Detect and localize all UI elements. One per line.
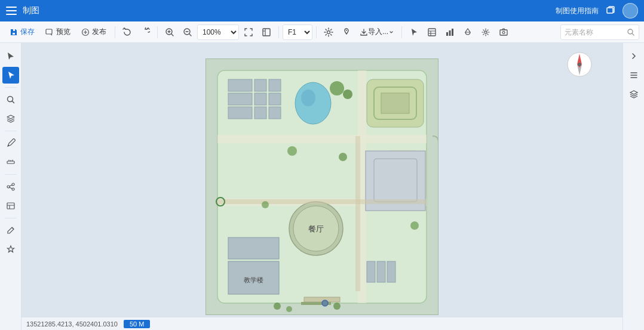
search-tool-btn[interactable]: [2, 91, 19, 108]
sep3: [278, 26, 279, 38]
svg-rect-51: [228, 238, 279, 259]
pin-tool-btn[interactable]: [338, 24, 355, 41]
svg-point-62: [286, 306, 292, 312]
svg-point-12: [484, 31, 487, 33]
save-button[interactable]: 保存: [5, 24, 39, 41]
guide-link[interactable]: 制图使用指南: [556, 6, 599, 16]
svg-rect-53: [367, 261, 375, 282]
svg-text:教学楼: 教学楼: [244, 276, 263, 283]
svg-rect-36: [269, 107, 281, 119]
svg-rect-55: [387, 261, 395, 282]
coordinates: 13521285.4213, 4502401.0310: [26, 320, 118, 328]
svg-point-59: [339, 153, 347, 161]
svg-rect-0: [607, 8, 613, 13]
sidebar-sep3: [5, 174, 17, 175]
table-tool-btn[interactable]: [2, 198, 19, 214]
svg-rect-5: [263, 29, 270, 36]
cursor-btn[interactable]: [406, 24, 422, 41]
expand-button[interactable]: [258, 24, 275, 41]
svg-point-61: [274, 303, 281, 310]
scale-badge: 50 M: [124, 320, 150, 328]
table-tool-btn2[interactable]: [424, 24, 440, 41]
svg-point-19: [12, 183, 14, 186]
svg-text:餐厅: 餐厅: [308, 224, 324, 233]
zoom-select[interactable]: 100% 50%75%100%125%150%200%: [197, 24, 239, 40]
svg-point-66: [322, 300, 328, 306]
svg-rect-54: [377, 261, 385, 282]
svg-rect-43: [381, 93, 409, 113]
svg-rect-28: [228, 79, 252, 91]
annotate-tool-btn[interactable]: [2, 241, 19, 258]
svg-point-38: [301, 90, 315, 106]
measure-tool-btn[interactable]: [2, 154, 19, 171]
svg-rect-10: [449, 30, 451, 36]
svg-rect-13: [500, 30, 507, 35]
svg-point-64: [410, 221, 419, 230]
draw-tool-btn[interactable]: [2, 135, 19, 152]
svg-point-58: [287, 146, 297, 156]
window-restore-btn[interactable]: [606, 5, 615, 17]
sep1: [115, 26, 115, 38]
svg-rect-11: [452, 29, 453, 36]
compass: N: [566, 51, 593, 78]
select-tool-btn[interactable]: [2, 67, 19, 84]
svg-rect-30: [228, 107, 252, 119]
svg-point-39: [330, 81, 344, 95]
svg-rect-34: [269, 79, 281, 91]
search-input[interactable]: [565, 28, 624, 36]
photo-tool-btn[interactable]: [495, 24, 512, 41]
import-btn[interactable]: 导入...: [356, 24, 398, 41]
layer-tool-btn[interactable]: [2, 110, 19, 127]
svg-point-6: [327, 30, 330, 33]
chart-tool-btn[interactable]: [441, 24, 458, 41]
gear-tool-btn[interactable]: [477, 24, 494, 41]
right-sidebar: [622, 43, 644, 330]
svg-point-21: [12, 188, 14, 190]
svg-marker-16: [8, 72, 14, 79]
sidebar-sep4: [5, 218, 17, 218]
layers-right-btn[interactable]: [625, 86, 642, 103]
fit-screen-button[interactable]: [240, 24, 257, 41]
status-bar: 13521285.4213, 4502401.0310 50 M: [22, 317, 622, 330]
svg-rect-1: [46, 29, 52, 34]
sep5: [401, 26, 402, 38]
zoom-in-button[interactable]: [161, 24, 178, 41]
svg-rect-25: [217, 135, 427, 143]
svg-rect-35: [269, 93, 281, 105]
search-box: [560, 24, 639, 40]
cursor-tool-btn[interactable]: [2, 48, 19, 64]
sidebar-sep1: [5, 87, 17, 88]
left-sidebar: [0, 43, 22, 330]
zoom-out-button[interactable]: [179, 24, 196, 41]
canvas-area[interactable]: 餐厅 教学楼: [22, 43, 622, 330]
svg-point-63: [333, 303, 341, 310]
edit-tool-btn[interactable]: [2, 222, 19, 239]
share-tool-btn[interactable]: [2, 178, 19, 195]
svg-point-20: [7, 186, 10, 188]
svg-rect-32: [254, 93, 266, 105]
svg-point-7: [346, 30, 347, 31]
menu-icon[interactable]: [6, 7, 17, 15]
undo-button[interactable]: [119, 24, 136, 41]
bucket-tool-btn[interactable]: [459, 24, 476, 41]
svg-point-70: [578, 63, 581, 66]
svg-point-14: [502, 31, 505, 33]
svg-rect-57: [304, 297, 340, 302]
list-right-btn[interactable]: [625, 67, 642, 84]
search-icon: [627, 28, 635, 36]
svg-rect-33: [254, 107, 266, 119]
page-select[interactable]: F1F2F3: [283, 24, 312, 40]
user-avatar[interactable]: [622, 3, 638, 18]
publish-button[interactable]: 发布: [76, 24, 111, 41]
svg-rect-29: [228, 93, 252, 105]
expand-right-btn[interactable]: [625, 48, 642, 64]
app-title: 制图: [23, 5, 556, 16]
svg-rect-18: [7, 161, 14, 164]
settings-tool-btn[interactable]: [320, 24, 337, 41]
sep2: [157, 26, 158, 38]
svg-point-40: [343, 90, 352, 99]
redo-button[interactable]: [137, 24, 154, 41]
svg-point-60: [262, 201, 269, 208]
svg-rect-31: [254, 79, 266, 91]
preview-button[interactable]: 预览: [41, 24, 75, 41]
